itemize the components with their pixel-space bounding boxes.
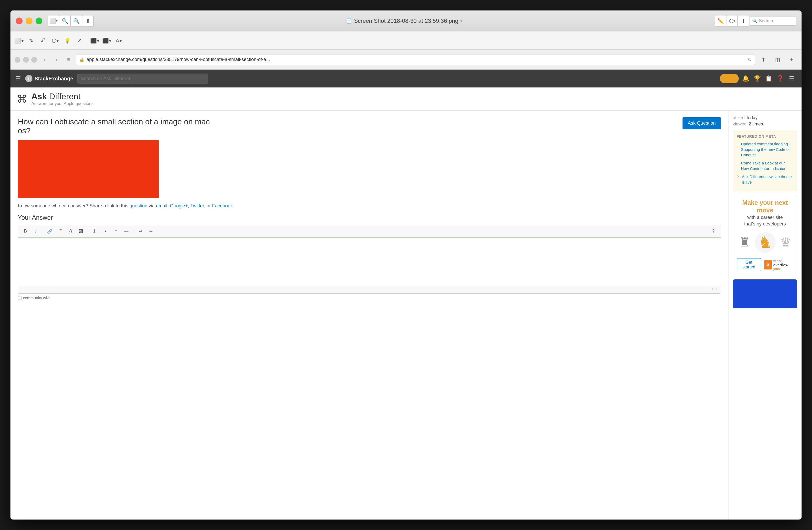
- twitter-link[interactable]: Twitter: [190, 203, 204, 208]
- markup-tool[interactable]: ⬡▾: [726, 15, 738, 27]
- googleplus-link[interactable]: Google+: [170, 203, 188, 208]
- question-link[interactable]: question: [130, 203, 147, 208]
- chess-queen-right: ♛: [780, 235, 792, 250]
- featured-item-3-icon: ✕: [737, 175, 740, 179]
- so-jobs-logo: S stack overflow jobs: [764, 259, 794, 271]
- email-link[interactable]: email: [156, 203, 167, 208]
- hr-button[interactable]: —: [122, 227, 131, 235]
- mac-window-buttons: [16, 17, 42, 24]
- bold-button[interactable]: B: [21, 227, 30, 235]
- blue-banner-ad: [733, 279, 797, 308]
- page-body: How can I obfuscate a small section of a…: [11, 111, 801, 519]
- editor-toolbar: B I 🔗 "" {} 🖼 1. • ≡ — ↩ ↪: [18, 225, 721, 237]
- browser-share[interactable]: ⬆: [758, 54, 769, 66]
- featured-item-1-text[interactable]: Updated comment flagging - Supporting th…: [741, 141, 794, 158]
- blockquote-button[interactable]: "": [56, 227, 65, 235]
- help-button[interactable]: ?: [709, 227, 718, 235]
- help-icon[interactable]: ❓: [775, 74, 785, 83]
- nav-back[interactable]: ‹: [40, 55, 49, 65]
- minimize-button[interactable]: [26, 17, 32, 24]
- browser-sidebar[interactable]: ◫: [772, 54, 783, 66]
- toolbar-pencil[interactable]: ✎: [27, 36, 35, 45]
- browser-dot-1: [15, 57, 20, 62]
- main-content: How can I obfuscate a small section of a…: [11, 111, 728, 519]
- se-logo-text: StackExchange: [34, 76, 73, 82]
- browser-dot-2: [23, 57, 29, 62]
- facebook-link[interactable]: Facebook: [212, 203, 233, 208]
- browser-plus[interactable]: +: [786, 54, 797, 66]
- se-search-input[interactable]: [77, 73, 208, 84]
- nav-forward[interactable]: ›: [52, 55, 61, 65]
- toolbar-shapes[interactable]: ⬡▾: [51, 36, 60, 45]
- user-avatar[interactable]: [720, 74, 739, 83]
- your-answer-label: Your Answer: [18, 214, 721, 221]
- browser-dot-3: [31, 57, 37, 62]
- review-icon[interactable]: 📋: [764, 74, 773, 83]
- close-button[interactable]: [16, 17, 23, 24]
- jobs-ad-header: Make your next move with a career site t…: [733, 195, 797, 229]
- content-area: ☰ S StackExchange 🔔 🏆 📋 ❓ ☰ ⌘: [11, 70, 801, 519]
- image-button[interactable]: 🖼: [76, 227, 86, 235]
- community-wiki: community wiki: [18, 296, 721, 300]
- browser-chrome: ‹ › ≡ 🔒 apple.stackexchange.com/question…: [11, 50, 801, 70]
- address-bar[interactable]: 🔒 apple.stackexchange.com/questions/3351…: [76, 54, 755, 65]
- achievements-icon[interactable]: 🏆: [752, 74, 762, 83]
- edit-tool[interactable]: ✏️: [715, 15, 726, 27]
- search-placeholder: Search: [759, 18, 773, 24]
- view-tool-1[interactable]: ⬜▾: [48, 15, 59, 27]
- question-image: [18, 140, 159, 198]
- link-button[interactable]: 🔗: [45, 227, 54, 235]
- community-wiki-checkbox[interactable]: [18, 296, 21, 300]
- featured-item-3-text[interactable]: Ask Different new site theme is live: [742, 174, 794, 185]
- search-icon: 🔍: [752, 18, 757, 23]
- toolbar-border-color[interactable]: ⬛▾: [90, 36, 99, 45]
- inbox-icon[interactable]: ☰: [787, 74, 796, 83]
- se-header: ☰ S StackExchange 🔔 🏆 📋 ❓ ☰: [11, 70, 801, 87]
- editor-footer: ⋮⋮⋮: [18, 286, 721, 293]
- featured-item-2-text[interactable]: Come Take a Look at our New Contributor …: [741, 160, 794, 171]
- redo-button[interactable]: ↪: [146, 227, 155, 235]
- toolbar-text[interactable]: A▾: [114, 36, 123, 45]
- notifications-icon[interactable]: 🔔: [741, 74, 750, 83]
- reload-icon[interactable]: ↻: [748, 57, 752, 62]
- stackexchange-logo[interactable]: S StackExchange: [25, 75, 73, 82]
- reader-view[interactable]: ≡: [64, 55, 73, 65]
- maximize-button[interactable]: [35, 17, 42, 24]
- asked-value: today: [746, 115, 758, 121]
- so-logo-box: S: [764, 260, 772, 269]
- export-tool[interactable]: ⬆: [738, 15, 749, 27]
- mac-search-box[interactable]: 🔍 Search: [749, 16, 796, 26]
- zoom-out-btn[interactable]: 🔍: [59, 15, 71, 27]
- get-started-button[interactable]: Get started: [737, 258, 761, 271]
- meta-info: asked today viewed 2 times: [733, 115, 797, 127]
- jobs-ad-footer: Get started S stack overflow jobs: [733, 255, 797, 275]
- hamburger-icon[interactable]: ☰: [16, 75, 21, 82]
- chess-rook-left: ♜: [739, 235, 751, 250]
- ordered-list-button[interactable]: 1.: [90, 227, 100, 235]
- unordered-list-button[interactable]: •: [101, 227, 110, 235]
- jobs-ad: Make your next move with a career site t…: [733, 195, 797, 275]
- viewed-value: 2 times: [749, 122, 763, 127]
- toolbar-select[interactable]: ⬜▾: [15, 36, 24, 45]
- share-text: Know someone who can answer? Share a lin…: [18, 203, 721, 209]
- ask-question-button[interactable]: Ask Question: [682, 117, 721, 129]
- answer-textarea[interactable]: [18, 237, 721, 285]
- zoom-in-btn[interactable]: 🔍: [71, 15, 82, 27]
- toolbar-pen[interactable]: 🖊: [39, 36, 48, 45]
- featured-item-1-icon: □: [737, 142, 739, 146]
- featured-meta-title: FEATURED ON META: [737, 134, 794, 139]
- heading-button[interactable]: ≡: [111, 227, 120, 235]
- share-btn[interactable]: ⬆: [82, 15, 93, 27]
- featured-item-2-icon: □: [737, 161, 739, 165]
- toolbar-fill-color[interactable]: ⬛▾: [102, 36, 111, 45]
- se-search[interactable]: [77, 73, 208, 84]
- toolbar-highlight[interactable]: 💡: [63, 36, 72, 45]
- toolbar-resize[interactable]: ⤢: [75, 36, 84, 45]
- so-logo-text: stack overflow jobs: [773, 259, 794, 271]
- undo-button[interactable]: ↩: [135, 227, 145, 235]
- code-button[interactable]: {}: [66, 227, 75, 235]
- italic-button[interactable]: I: [31, 227, 41, 235]
- site-name: Ask Different: [31, 92, 93, 101]
- featured-meta-box: FEATURED ON META □ Updated comment flagg…: [733, 131, 797, 191]
- mac-window: ⬜▾ 🔍 🔍 ⬆ 📄 Screen Shot 2018-08-30 at 23.…: [11, 11, 801, 519]
